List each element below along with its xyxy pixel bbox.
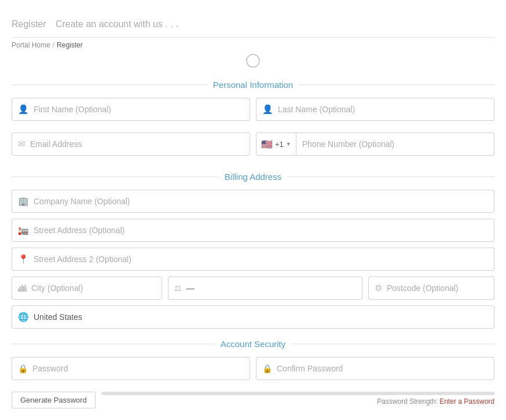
phone-caret-icon: ▼: [286, 141, 291, 147]
company-input[interactable]: [34, 197, 488, 206]
billing-section-title: Billing Address: [225, 172, 281, 182]
billing-section-divider: Billing Address: [12, 172, 494, 182]
page-header: Register Create an account with us . . .: [12, 12, 494, 38]
country-select[interactable]: United States: [34, 312, 488, 322]
email-field: ✉: [12, 132, 250, 156]
city-state-postcode-row: 🏙 ⚖ — ⚙: [12, 277, 494, 300]
company-field: 🏢: [12, 190, 494, 213]
city-icon: 🏙: [18, 283, 27, 293]
breadcrumb: Portal Home / Register: [12, 41, 494, 49]
email-wrapper: ✉: [12, 132, 250, 156]
state-field: ⚖ —: [168, 277, 362, 300]
security-section-divider: Account Security: [12, 339, 494, 349]
security-section-title: Account Security: [221, 339, 286, 349]
street1-input[interactable]: [34, 226, 488, 235]
title-subtitle: Create an account with us . . .: [56, 19, 178, 29]
street2-wrapper: 📍: [12, 248, 494, 271]
city-wrapper: 🏙: [12, 277, 162, 300]
email-phone-row: ✉ 🇺🇸 +1 ▼: [12, 132, 494, 161]
lock-icon-2: 🔒: [262, 364, 272, 373]
confirm-password-field: 🔒: [256, 357, 494, 380]
strength-section: Password Strength: Enter a Password: [101, 392, 494, 406]
person-icon-2: 👤: [262, 104, 273, 115]
password-row: 🔒 🔒: [12, 357, 494, 386]
postcode-icon: ⚙: [375, 283, 382, 293]
phone-flag-select[interactable]: 🇺🇸 +1 ▼: [256, 133, 296, 155]
password-field: 🔒: [12, 357, 250, 380]
country-field: 🌐 United States: [12, 305, 494, 329]
generate-password-button[interactable]: Generate Password: [12, 392, 96, 408]
phone-code: +1: [275, 140, 284, 149]
password-wrapper: 🔒: [12, 357, 250, 380]
person-icon: 👤: [18, 104, 29, 115]
street2-input[interactable]: [34, 255, 488, 264]
address-icon: 🏣: [18, 225, 29, 235]
state-select[interactable]: —: [186, 283, 356, 293]
location-icon: 📍: [18, 254, 29, 264]
generate-password-section: Generate Password: [12, 392, 96, 412]
password-actions: Generate Password Password Strength: Ent…: [12, 392, 494, 412]
password-strength-text: Password Strength: Enter a Password: [101, 397, 494, 406]
city-field: 🏙: [12, 277, 162, 300]
postcode-wrapper: ⚙: [368, 277, 494, 300]
strength-value: Enter a Password: [439, 397, 494, 406]
breadcrumb-separator: /: [53, 41, 54, 49]
company-wrapper: 🏢: [12, 190, 494, 213]
phone-wrapper: 🇺🇸 +1 ▼: [256, 132, 494, 156]
phone-input[interactable]: [296, 139, 494, 149]
postcode-field: ⚙: [368, 277, 494, 300]
street2-field: 📍: [12, 248, 494, 271]
last-name-input[interactable]: [278, 105, 488, 114]
title-register: Register: [12, 19, 46, 29]
first-name-input[interactable]: [34, 105, 244, 114]
confirm-password-wrapper: 🔒: [256, 357, 494, 380]
envelope-icon: ✉: [18, 139, 25, 149]
loading-spinner: [12, 54, 494, 69]
last-name-field: 👤: [256, 98, 494, 121]
state-icon: ⚖: [174, 283, 182, 293]
confirm-password-input[interactable]: [277, 364, 488, 373]
first-name-wrapper: 👤: [12, 98, 250, 121]
building-icon: 🏢: [18, 196, 29, 207]
lock-icon: 🔒: [18, 364, 28, 373]
personal-section-divider: Personal Information: [12, 80, 494, 90]
spinner-circle: [246, 54, 260, 68]
page-title: Register Create an account with us . . .: [12, 12, 494, 31]
state-wrapper: ⚖ —: [168, 277, 362, 300]
strength-bar-container: [101, 392, 494, 395]
password-input[interactable]: [32, 364, 244, 373]
name-row: 👤 👤: [12, 98, 494, 127]
globe-icon: 🌐: [18, 312, 29, 322]
breadcrumb-home[interactable]: Portal Home: [12, 41, 50, 49]
breadcrumb-current: Register: [57, 41, 83, 49]
email-input[interactable]: [30, 139, 244, 149]
last-name-wrapper: 👤: [256, 98, 494, 121]
page-container: Register Create an account with us . . .…: [0, 0, 506, 420]
street1-wrapper: 🏣: [12, 219, 494, 242]
first-name-field: 👤: [12, 98, 250, 121]
postcode-input[interactable]: [387, 283, 488, 293]
personal-section-title: Personal Information: [213, 80, 293, 90]
strength-label: Password Strength:: [377, 397, 438, 406]
street1-field: 🏣: [12, 219, 494, 242]
phone-field: 🇺🇸 +1 ▼: [256, 132, 494, 156]
city-input[interactable]: [31, 283, 156, 293]
us-flag: 🇺🇸: [261, 139, 273, 150]
